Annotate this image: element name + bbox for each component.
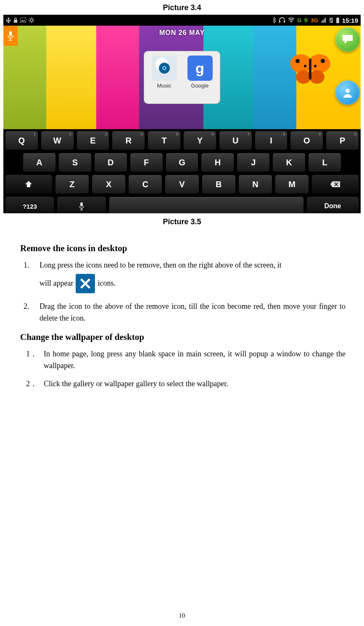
- android-screenshot: G 3G 15:19 MON 26 MAY: [3, 15, 361, 213]
- data-arrows-icon: [304, 18, 308, 23]
- app-label: Google: [191, 82, 209, 89]
- key-c[interactable]: C: [128, 175, 162, 194]
- key-s[interactable]: S: [58, 153, 92, 172]
- svg-rect-11: [284, 21, 285, 23]
- svg-point-18: [164, 67, 165, 69]
- backspace-icon: [330, 181, 341, 188]
- key-w[interactable]: W2: [41, 131, 74, 150]
- key-j[interactable]: J: [237, 153, 270, 172]
- key-n[interactable]: N: [238, 175, 272, 194]
- svg-point-23: [295, 59, 300, 63]
- list-marker: 1．: [26, 348, 37, 360]
- key-done[interactable]: Done: [306, 196, 359, 213]
- key-v[interactable]: V: [165, 175, 199, 194]
- page-number: 10: [0, 612, 364, 619]
- app-label: Music: [157, 82, 171, 89]
- key-voice[interactable]: [57, 196, 106, 213]
- svg-rect-14: [337, 17, 338, 18]
- soft-keyboard: Q1 W2 E3 R4 T5 Y6 U7 I8 O9 P0 A S D F G …: [3, 129, 361, 213]
- list-item: 2. Drag the icon to the above of the rem…: [40, 301, 346, 324]
- key-g[interactable]: G: [166, 153, 199, 172]
- music-icon: [152, 56, 177, 81]
- home-wallpaper[interactable]: MON 26 MAY Music g Google: [3, 26, 361, 129]
- key-space[interactable]: [109, 196, 304, 213]
- usb-icon: [6, 17, 11, 23]
- key-z[interactable]: Z: [55, 175, 89, 194]
- home-folder[interactable]: Music g Google: [144, 51, 220, 104]
- google-icon: g: [187, 56, 213, 81]
- key-backspace[interactable]: [311, 175, 359, 194]
- list-item: 2． Click the gallery or wallpaper galler…: [44, 378, 346, 390]
- app-google[interactable]: g Google: [184, 56, 216, 99]
- svg-rect-29: [80, 202, 83, 207]
- voice-search-tab[interactable]: [3, 26, 18, 46]
- list-item: 1． In home page, long press any blank sp…: [44, 348, 346, 372]
- shift-icon: [24, 180, 33, 188]
- list-text: In home page, long press any blank space…: [44, 350, 346, 370]
- svg-rect-27: [309, 58, 311, 80]
- svg-rect-15: [9, 31, 12, 36]
- figure-caption-below: Picture 3.5: [3, 218, 361, 226]
- list-text: will appear: [40, 278, 73, 289]
- svg-point-20: [309, 54, 330, 73]
- app-music[interactable]: Music: [148, 56, 180, 99]
- key-x[interactable]: X: [92, 175, 126, 194]
- messaging-shortcut[interactable]: [335, 27, 360, 52]
- key-l[interactable]: L: [308, 153, 341, 172]
- key-b[interactable]: B: [202, 175, 236, 194]
- key-u[interactable]: U7: [219, 131, 252, 150]
- key-y[interactable]: Y6: [183, 131, 216, 150]
- key-f[interactable]: F: [130, 153, 163, 172]
- sim-icon: [329, 18, 333, 23]
- svg-rect-10: [279, 21, 280, 23]
- key-q[interactable]: Q1: [5, 131, 38, 150]
- contacts-shortcut[interactable]: [335, 80, 360, 105]
- key-h[interactable]: H: [201, 153, 234, 172]
- list-item: 1. Long press the icons need to be remov…: [40, 260, 346, 293]
- bluetooth-icon: [272, 17, 276, 23]
- key-t[interactable]: T5: [148, 131, 181, 150]
- key-p[interactable]: P0: [326, 131, 359, 150]
- remove-x-icon: [76, 274, 95, 293]
- svg-line-7: [33, 22, 34, 23]
- key-shift[interactable]: [5, 175, 53, 194]
- settings-icon: [29, 17, 34, 23]
- list-marker: 1.: [24, 260, 36, 271]
- key-i[interactable]: I8: [255, 131, 288, 150]
- list-text: Long press the icons need to be remove, …: [40, 260, 346, 271]
- keyboard-row-3: Z X C V B N M: [5, 175, 359, 194]
- key-r[interactable]: R4: [112, 131, 145, 150]
- svg-line-8: [29, 22, 30, 23]
- svg-line-9: [33, 18, 34, 19]
- headphones-icon: [279, 17, 285, 23]
- key-a[interactable]: A: [23, 153, 56, 172]
- key-m[interactable]: M: [275, 175, 309, 194]
- svg-rect-0: [20, 18, 26, 23]
- key-e[interactable]: E3: [76, 131, 110, 150]
- svg-point-21: [296, 70, 311, 84]
- status-bar: G 3G 15:19: [3, 15, 361, 26]
- wifi-icon: [288, 18, 295, 23]
- svg-point-26: [314, 65, 317, 67]
- svg-point-28: [346, 89, 350, 93]
- home-date: MON 26 MAY: [159, 29, 205, 37]
- battery-icon: [336, 17, 340, 23]
- lock-icon: [13, 18, 18, 23]
- mic-icon: [7, 30, 14, 41]
- svg-line-6: [29, 18, 30, 19]
- key-d[interactable]: D: [94, 153, 127, 172]
- key-symbols[interactable]: ?123: [5, 196, 54, 213]
- section-heading-wallpaper: Change the wallpaper of desktop: [20, 332, 346, 342]
- key-k[interactable]: K: [272, 153, 306, 172]
- person-icon: [342, 87, 353, 98]
- keyboard-row-1: Q1 W2 E3 R4 T5 Y6 U7 I8 O9 P0: [5, 131, 359, 150]
- list-text: Drag the icon to the above of the remove…: [40, 302, 346, 322]
- key-o[interactable]: O9: [290, 131, 323, 150]
- butterfly-decoration: [285, 51, 335, 89]
- svg-point-12: [291, 22, 292, 23]
- g-network-label: G: [297, 17, 301, 24]
- svg-point-25: [304, 65, 306, 67]
- mobile-3g-label: 3G: [311, 17, 318, 24]
- figure-caption-top: Picture 3.4: [3, 3, 361, 12]
- picture-icon: [20, 18, 26, 23]
